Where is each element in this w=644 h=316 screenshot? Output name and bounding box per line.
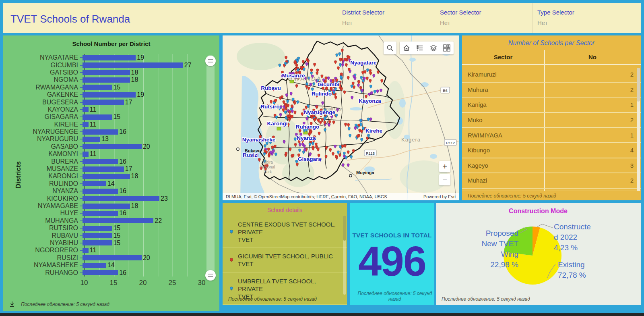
bar-value-label: 18 [131, 76, 138, 83]
bar[interactable] [83, 70, 130, 75]
details-scroll-thumb[interactable] [343, 216, 346, 241]
scroll-handle-bottom[interactable] [205, 270, 216, 281]
bar[interactable] [83, 144, 142, 149]
table-row[interactable]: Kageyo3 [462, 158, 641, 174]
zoom-out-button[interactable]: − [439, 174, 450, 185]
bar[interactable] [83, 196, 159, 201]
school-list-item[interactable]: CENTRE EXODUS TVET SCHOOL, PRIVATETVET [223, 216, 347, 248]
selector-type-selector[interactable]: Type SelectorНет [532, 3, 630, 33]
bar[interactable] [83, 62, 183, 68]
bar[interactable] [83, 77, 130, 83]
bar[interactable] [83, 248, 89, 253]
table-row[interactable]: Muko2 [462, 113, 641, 128]
map-search-button[interactable] [384, 42, 396, 54]
details-scrollbar[interactable] [343, 216, 346, 295]
home-button[interactable] [400, 42, 413, 54]
bar[interactable] [83, 270, 118, 275]
map-toolbar [400, 42, 454, 54]
bar-value-label: 11 [90, 247, 97, 254]
bar[interactable] [83, 55, 136, 60]
selector-sector-selector[interactable]: Sector SelectorНет [435, 3, 532, 33]
bar[interactable] [83, 204, 130, 209]
table-scroll-thumb[interactable] [637, 68, 640, 102]
bar[interactable] [83, 240, 112, 245]
table-row[interactable]: RWIMIYAGA1 [462, 128, 641, 143]
sector-name-cell: Kiramuruzi [462, 67, 544, 82]
last-updated-text: Последнее обновление: 5 секунд назад [468, 193, 556, 199]
axis-tick [80, 250, 83, 251]
table-row[interactable]: Kiramuruzi2 [462, 67, 641, 83]
grip-icon [208, 274, 213, 277]
map-region-label: Park [264, 170, 272, 174]
table-row[interactable]: Muhazi2 [462, 173, 641, 189]
bar[interactable] [83, 181, 106, 186]
layers-button[interactable] [427, 42, 440, 54]
axis-tick [80, 161, 83, 162]
bar-chart-scrollbar[interactable] [206, 55, 215, 281]
bar[interactable] [83, 255, 142, 260]
bar[interactable] [83, 166, 124, 172]
blue-pin-icon [229, 286, 234, 292]
bar[interactable] [83, 211, 118, 216]
school-list-item[interactable]: GICUMBI TVET SCHOOL, PUBLICTVET [223, 248, 347, 273]
bar[interactable] [83, 114, 112, 120]
bar[interactable] [83, 226, 112, 231]
map-region-label: National [260, 165, 275, 169]
axis-tick [80, 176, 83, 177]
bar[interactable] [83, 107, 89, 112]
map-canvas[interactable]: RWANDAKigali CityKageraKibiraNationalPar… [223, 35, 459, 200]
bar-value-label: 19 [137, 91, 144, 98]
bar[interactable] [83, 92, 136, 98]
layers-icon [429, 44, 438, 52]
bar[interactable] [83, 129, 118, 135]
selector-district-selector[interactable]: District SelectorНет [337, 3, 434, 33]
lake [430, 154, 437, 159]
last-updated-text: Последнее обновление: 5 секунд назад [356, 291, 434, 302]
selector-value[interactable]: Нет [440, 19, 532, 26]
bar-value-label: 18 [131, 202, 138, 210]
bar[interactable] [83, 189, 118, 194]
table-row[interactable]: Kaniga1 [462, 98, 641, 113]
bar[interactable] [83, 233, 112, 238]
table-footer-bar: Последнее обновление: 5 секунд назад [462, 191, 641, 200]
bar[interactable] [83, 174, 130, 179]
legend-button[interactable] [413, 42, 427, 54]
bar[interactable] [83, 137, 100, 142]
bar[interactable] [83, 85, 112, 90]
bar-category-label: GATSIBO [3, 69, 80, 76]
bar[interactable] [83, 159, 118, 164]
table-row[interactable]: Muhura2 [462, 83, 641, 98]
bar-zone: 16 [83, 269, 204, 276]
bar-category-label: KICUKIRO [3, 195, 80, 202]
selector-value[interactable]: Нет [342, 19, 434, 26]
basemap-button[interactable] [440, 42, 454, 54]
bar-zone: 14 [83, 262, 204, 269]
bar-zone: 11 [83, 106, 204, 113]
sector-name-cell: Kageyo [462, 158, 544, 173]
table-row[interactable]: Kibungo4 [462, 143, 641, 158]
bar-value-label: 18 [131, 69, 138, 76]
bar[interactable] [83, 122, 89, 127]
bar[interactable] [83, 100, 124, 105]
bar[interactable] [83, 218, 153, 223]
bar[interactable] [83, 152, 89, 157]
zoom-in-button[interactable]: + [439, 161, 450, 172]
bar-category-label: GISAGARA [3, 113, 80, 121]
bar[interactable] [83, 263, 106, 268]
download-icon[interactable] [9, 301, 15, 308]
pie-callout-label: Constructed 20224,23 % [554, 222, 591, 252]
scroll-handle-top[interactable] [205, 56, 216, 66]
table-scrollbar[interactable] [637, 68, 640, 193]
bar-zone: 18 [83, 69, 204, 76]
bar-row: MUHANGA22 [3, 217, 204, 225]
total-value: 496 [350, 240, 434, 282]
forest-patch [237, 43, 285, 70]
bar-chart-title: School Number per District [3, 40, 219, 47]
selector-value[interactable]: Нет [537, 19, 630, 26]
map-panel[interactable]: RWANDAKigali CityKageraKibiraNationalPar… [223, 35, 459, 200]
bar-row: RUTSIRO15 [3, 225, 204, 232]
bar-row: RUSIZI20 [3, 254, 204, 262]
axis-tick [80, 154, 83, 154]
sector-count-cell: 2 [544, 67, 641, 82]
sector-count-cell: 1 [544, 98, 641, 112]
